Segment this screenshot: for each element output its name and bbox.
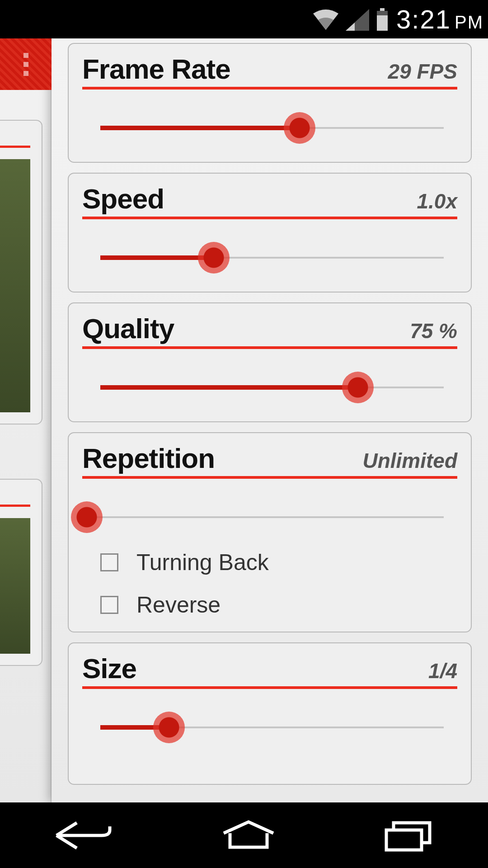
setting-card-speed: Speed 1.0x — [68, 173, 472, 292]
setting-card-quality: Quality 75 % — [68, 302, 472, 422]
svg-rect-4 — [377, 15, 388, 31]
quality-value: 75 % — [410, 319, 457, 343]
speed-value: 1.0x — [417, 189, 457, 213]
quality-slider[interactable] — [100, 372, 444, 403]
signal-icon — [346, 9, 369, 31]
android-nav-bar — [0, 802, 488, 868]
setting-card-repetition: Repetition Unlimited Turning Back Revers… — [68, 432, 472, 632]
size-label: Size — [82, 652, 136, 684]
setting-card-frame-rate: Frame Rate 29 FPS — [68, 43, 472, 163]
size-value: 1/4 — [428, 659, 457, 683]
android-status-bar: 3:21 PM — [0, 0, 488, 38]
repetition-label: Repetition — [82, 442, 215, 474]
svg-marker-0 — [346, 9, 369, 31]
status-time: 3:21 — [396, 4, 451, 34]
quality-label: Quality — [82, 312, 174, 344]
reverse-row[interactable]: Reverse — [100, 592, 457, 618]
reverse-label: Reverse — [136, 592, 221, 618]
speed-slider[interactable] — [100, 242, 444, 274]
app-viewport: Frame Rate 29 FPS Speed 1.0x — [0, 38, 488, 802]
setting-card-size: Size 1/4 — [68, 642, 472, 785]
underlying-thumbnail-2 — [0, 518, 30, 654]
svg-rect-2 — [380, 8, 385, 11]
nav-back-icon[interactable] — [52, 817, 115, 854]
size-slider[interactable] — [100, 712, 444, 743]
battery-icon — [375, 8, 389, 31]
turning-back-label: Turning Back — [136, 549, 269, 576]
turning-back-checkbox[interactable] — [100, 553, 118, 571]
wifi-icon — [312, 9, 339, 31]
underlying-card-1 — [0, 120, 42, 425]
nav-home-icon[interactable] — [219, 817, 278, 854]
frame-rate-label: Frame Rate — [82, 53, 230, 85]
settings-drawer: Frame Rate 29 FPS Speed 1.0x — [52, 38, 488, 802]
repetition-slider[interactable] — [87, 501, 444, 533]
underlying-card-2 — [0, 479, 42, 666]
turning-back-row[interactable]: Turning Back — [100, 549, 457, 576]
nav-recent-icon[interactable] — [382, 817, 436, 854]
svg-marker-1 — [346, 23, 355, 31]
overflow-menu-icon — [23, 53, 28, 76]
frame-rate-slider[interactable] — [100, 112, 444, 144]
status-icons — [312, 8, 389, 31]
status-clock: 3:21 PM — [396, 4, 483, 34]
underlying-thumbnail-1 — [0, 159, 30, 412]
svg-rect-5 — [386, 830, 422, 850]
status-ampm: PM — [455, 12, 483, 33]
frame-rate-value: 29 FPS — [388, 59, 457, 84]
speed-label: Speed — [82, 183, 164, 215]
overflow-menu-button[interactable] — [0, 38, 52, 90]
reverse-checkbox[interactable] — [100, 596, 118, 614]
repetition-value: Unlimited — [362, 448, 457, 473]
underlying-panel — [0, 38, 52, 802]
